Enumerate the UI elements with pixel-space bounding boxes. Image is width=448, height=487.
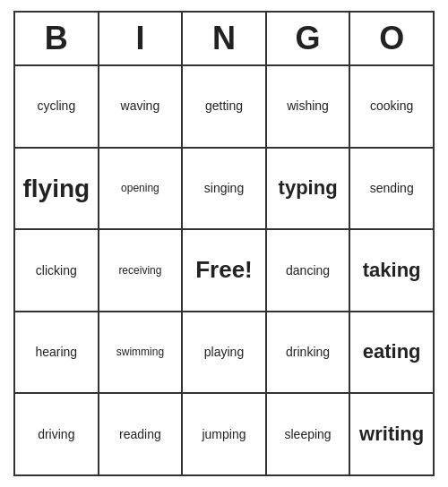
cell-r4c4: drinking [267, 312, 351, 393]
cell-r4c2: swimming [99, 312, 184, 393]
cell-r2c1: flying [15, 149, 99, 229]
cell-r5c5: writing [350, 394, 433, 474]
cell-r4c3: playing [183, 312, 267, 393]
cell-r4c1: hearing [15, 312, 99, 393]
cell-r2c4: typing [267, 149, 351, 229]
cell-r3c2: receiving [99, 230, 184, 311]
cell-r2c2: opening [99, 149, 184, 229]
cell-r1c3: getting [183, 66, 267, 147]
header-o: O [350, 13, 433, 64]
cell-r3c1: clicking [15, 230, 99, 311]
cell-r3c5: taking [350, 230, 433, 311]
header-b: B [15, 13, 99, 64]
cell-r1c4: wishing [267, 66, 351, 147]
cell-r5c1: driving [15, 394, 99, 474]
bingo-row: driving reading jumping sleeping writing [15, 394, 433, 474]
cell-r5c4: sleeping [267, 394, 351, 474]
cell-r5c2: reading [99, 394, 184, 474]
bingo-row: cycling waving getting wishing cooking [15, 66, 433, 149]
cell-r1c1: cycling [15, 66, 99, 147]
cell-r1c2: waving [99, 66, 184, 147]
bingo-card: B I N G O cycling waving getting wishing… [13, 11, 435, 476]
cell-r2c5: sending [350, 149, 433, 229]
bingo-row: hearing swimming playing drinking eating [15, 312, 433, 395]
header-n: N [183, 13, 267, 64]
bingo-row: flying opening singing typing sending [15, 149, 433, 231]
cell-r1c5: cooking [350, 66, 433, 147]
cell-r5c3: jumping [183, 394, 267, 474]
header-g: G [267, 13, 351, 64]
bingo-body: cycling waving getting wishing cooking f… [15, 66, 433, 474]
bingo-header: B I N G O [15, 13, 433, 66]
cell-r4c5: eating [350, 312, 433, 393]
cell-free: Free! [183, 230, 267, 311]
header-i: I [99, 13, 184, 64]
bingo-row: clicking receiving Free! dancing taking [15, 230, 433, 312]
cell-r3c4: dancing [267, 230, 351, 311]
cell-r2c3: singing [183, 149, 267, 229]
